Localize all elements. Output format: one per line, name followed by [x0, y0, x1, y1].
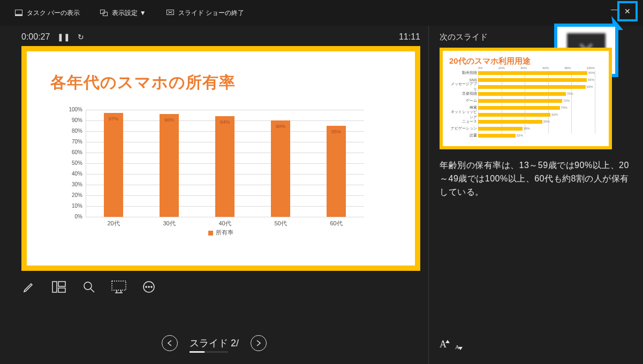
x-label: 50代 — [274, 219, 286, 228]
font-decrease[interactable]: A — [455, 344, 459, 350]
taskbar-label: タスク バーの表示 — [27, 9, 80, 18]
y-tick: 80% — [63, 128, 82, 134]
hbar-category: ネットショッピング — [449, 109, 477, 120]
y-tick: 100% — [63, 107, 82, 112]
restart-button[interactable]: ↻ — [78, 33, 84, 41]
y-tick: 60% — [63, 149, 82, 155]
hbar-category: ナビゲーション — [449, 126, 477, 131]
bar: 96% — [160, 114, 179, 217]
svg-rect-1 — [16, 14, 22, 16]
svg-rect-9 — [52, 282, 57, 292]
clock-time: 11:11 — [399, 32, 420, 42]
bar-value: 90% — [276, 124, 285, 129]
minimize-button[interactable]: ― — [611, 6, 617, 13]
hbar-category: 音楽視聴 — [449, 91, 477, 96]
font-size-tools: A A — [440, 339, 459, 350]
toolbar: タスク バーの表示 表示設定 ▼ スライド ショーの終了 — [0, 0, 643, 26]
main: 0:00:27 ❚❚ ↻ 11:11 各年代のスマホの所有率 0%10%20%3… — [0, 26, 643, 364]
hbar — [478, 92, 566, 96]
x-label: 30代 — [163, 219, 175, 228]
hbar-row: 検索70% — [478, 104, 595, 111]
slide-content: 各年代のスマホの所有率 0%10%20%30%40%50%60%70%80%90… — [27, 51, 415, 266]
svg-point-12 — [84, 282, 92, 290]
y-tick: 50% — [63, 160, 82, 166]
presenter-tools — [21, 279, 428, 294]
slide-counter[interactable]: スライド 2/ — [190, 337, 239, 350]
pen-tool[interactable] — [21, 279, 36, 294]
bar-value: 85% — [331, 129, 341, 134]
svg-rect-14 — [112, 281, 126, 290]
slide-nav: スライド 2/ — [0, 335, 428, 351]
hbar — [478, 106, 560, 110]
next-slide-button[interactable] — [251, 335, 267, 351]
current-slide[interactable]: 各年代のスマホの所有率 0%10%20%30%40%50%60%70%80%90… — [21, 46, 420, 271]
hbar-row: ニュース55% — [478, 118, 595, 125]
speaker-notes: 年齢別の保有率は、13～59歳では90%以上、20～49歳では100%以上、60… — [440, 159, 631, 199]
end-slideshow[interactable]: スライド ショーの終了 — [167, 9, 244, 18]
hbar-value: 32% — [517, 134, 523, 137]
hbar-row: ナビゲーション38% — [478, 125, 595, 132]
slide-title: 各年代のスマホの所有率 — [50, 72, 391, 94]
hbar-value: 38% — [524, 127, 530, 130]
hbar-category: 読書 — [449, 133, 477, 138]
next-chart: 0%20%40%60%80%100% 動画視聴95%SNS93%メッセージアプリ… — [478, 70, 595, 140]
hbar-value: 92% — [587, 85, 593, 88]
hbar-value: 62% — [551, 113, 558, 116]
hbar — [478, 120, 542, 124]
bar-value: 94% — [220, 119, 230, 125]
next-slide-title: 20代のスマホ利用用途 — [449, 56, 602, 66]
chart-legend: 所有率 — [50, 229, 391, 237]
y-tick: 40% — [63, 171, 82, 177]
main-chart: 0%10%20%30%40%50%60%70%80%90%100% 97%96%… — [86, 110, 364, 228]
hbar-row: SNS93% — [478, 77, 595, 83]
display-icon — [100, 9, 108, 17]
end-icon — [167, 9, 174, 17]
x-label: 20代 — [107, 219, 119, 228]
svg-line-13 — [90, 289, 94, 292]
y-tick: 0% — [63, 214, 82, 219]
hbar-category: 動画視聴 — [449, 70, 477, 75]
hbar-row: 読書32% — [478, 132, 595, 139]
more-tools[interactable] — [141, 279, 156, 294]
hbar-row: 動画視聴95% — [478, 70, 595, 76]
y-tick: 70% — [63, 139, 82, 145]
svg-point-20 — [148, 286, 150, 288]
hbar-value: 70% — [561, 106, 568, 109]
y-tick: 30% — [63, 181, 82, 187]
hbar — [478, 78, 587, 82]
svg-rect-11 — [58, 288, 65, 292]
bar-value: 97% — [109, 116, 118, 122]
svg-point-19 — [146, 286, 147, 288]
hbar-value: 55% — [543, 120, 550, 123]
hbar — [478, 99, 562, 103]
pause-button[interactable]: ❚❚ — [57, 33, 70, 41]
taskbar-toggle[interactable]: タスク バーの表示 — [15, 9, 80, 18]
display-settings[interactable]: 表示設定 ▼ — [100, 9, 146, 18]
font-increase[interactable]: A — [440, 339, 447, 350]
prev-slide-button[interactable] — [162, 335, 178, 351]
next-slide-thumb[interactable]: 20代のスマホ利用用途 0%20%40%60%80%100% 動画視聴95%SN… — [440, 48, 612, 149]
hbar — [478, 127, 523, 131]
close-button[interactable]: ✕ — [624, 7, 631, 16]
hbar-value: 75% — [567, 92, 573, 95]
hbar-row: ゲーム72% — [478, 97, 595, 104]
y-tick: 20% — [63, 192, 82, 198]
slides-tool[interactable] — [51, 279, 66, 294]
bar: 90% — [271, 120, 290, 217]
hbar-value: 95% — [588, 71, 595, 74]
hbar — [478, 113, 550, 117]
zoom-tool[interactable] — [81, 279, 96, 294]
y-tick: 90% — [63, 117, 82, 123]
hbar-row: メッセージアプリ92% — [478, 84, 595, 90]
next-slide-header: 次のスライド — [440, 32, 631, 42]
black-screen-tool[interactable] — [111, 279, 126, 294]
bar: 97% — [104, 113, 123, 217]
svg-rect-10 — [58, 282, 65, 286]
taskbar-icon — [15, 9, 22, 17]
bar-value: 96% — [164, 117, 174, 123]
x-label: 40代 — [218, 219, 231, 228]
presenter-pane: 0:00:27 ❚❚ ↻ 11:11 各年代のスマホの所有率 0%10%20%3… — [0, 26, 428, 364]
hbar-row: ネットショッピング62% — [478, 111, 595, 118]
bar: 94% — [215, 116, 234, 217]
end-label: スライド ショーの終了 — [178, 9, 244, 18]
